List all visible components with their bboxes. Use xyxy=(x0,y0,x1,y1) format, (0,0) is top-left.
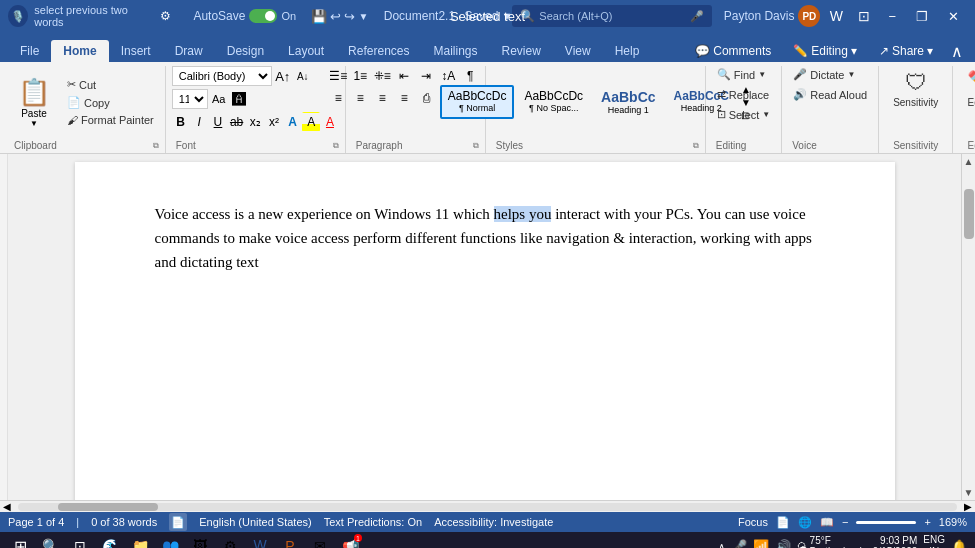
bullets-button[interactable]: ☰≡ xyxy=(328,66,348,86)
editing-button[interactable]: ✏️ Editing ▾ xyxy=(785,40,865,62)
scroll-track[interactable] xyxy=(962,169,975,485)
tab-layout[interactable]: Layout xyxy=(276,40,336,62)
scroll-up-button[interactable]: ▲ xyxy=(962,154,975,169)
teams-button[interactable]: 👥 xyxy=(158,534,182,548)
undo-icon[interactable]: ↩ xyxy=(330,9,341,24)
numbering-button[interactable]: 1≡ xyxy=(350,66,370,86)
font-expand-icon[interactable]: ⧉ xyxy=(333,141,339,151)
ribbon-collapse-icon[interactable]: ∧ xyxy=(947,42,967,61)
font-shrink-icon[interactable]: A↓ xyxy=(294,67,312,85)
bold-button[interactable]: B xyxy=(172,112,190,132)
justify-button[interactable]: ≡ xyxy=(394,88,414,108)
scroll-left-button[interactable]: ◀ xyxy=(0,501,14,512)
tab-view[interactable]: View xyxy=(553,40,603,62)
align-center-button[interactable]: ≡ xyxy=(350,88,370,108)
start-button[interactable]: ⊞ xyxy=(8,534,32,548)
read-mode-icon[interactable]: 📖 xyxy=(820,516,834,529)
edge-button[interactable]: 🌊 xyxy=(98,534,122,548)
text-effects-button[interactable]: A xyxy=(284,112,302,132)
font-size-select[interactable]: 11 xyxy=(172,89,208,109)
tab-home[interactable]: Home xyxy=(51,40,108,62)
taskbar-search-button[interactable]: 🔍 xyxy=(38,534,62,548)
user-avatar[interactable]: PD xyxy=(798,5,820,27)
scroll-thumb[interactable] xyxy=(964,189,974,239)
columns-button[interactable]: ⎙ xyxy=(416,88,436,108)
word-taskbar-button[interactable]: W xyxy=(248,534,272,548)
more-icon[interactable]: ▼ xyxy=(358,11,368,22)
read-aloud-button[interactable]: 🔊 Read Aloud xyxy=(788,86,872,103)
tab-review[interactable]: Review xyxy=(490,40,553,62)
italic-button[interactable]: I xyxy=(190,112,208,132)
style-normal[interactable]: AaBbCcDc ¶ Normal xyxy=(440,85,515,119)
font-family-select[interactable]: Calibri (Body) xyxy=(172,66,272,86)
tab-draw[interactable]: Draw xyxy=(163,40,215,62)
font-clear-icon[interactable]: 🅰 xyxy=(230,90,248,108)
settings-taskbar-button[interactable]: ⚙ xyxy=(218,534,242,548)
teams-notify-button[interactable]: 📢 1 xyxy=(338,534,362,548)
volume-icon[interactable]: 🔊 xyxy=(775,539,791,549)
screen-icon[interactable]: ⊡ xyxy=(852,4,876,28)
styles-expand-icon[interactable]: ⧉ xyxy=(693,141,699,151)
voice-icon[interactable]: 🎙️ xyxy=(8,5,28,27)
minimize-button[interactable]: − xyxy=(880,0,904,32)
h-scroll-track[interactable] xyxy=(18,503,957,511)
editor-button[interactable]: ✏️ Editor xyxy=(959,66,975,112)
h-scroll-thumb[interactable] xyxy=(58,503,158,511)
clipboard-expand-icon[interactable]: ⧉ xyxy=(153,141,159,151)
superscript-button[interactable]: x² xyxy=(265,112,283,132)
tab-references[interactable]: References xyxy=(336,40,421,62)
proofreading-icon[interactable]: 📄 xyxy=(169,513,187,531)
notification-center-icon[interactable]: 🔔 xyxy=(951,539,967,549)
subscript-button[interactable]: x₂ xyxy=(246,112,264,132)
language-indicator[interactable]: ENGIN xyxy=(923,534,945,548)
tab-help[interactable]: Help xyxy=(603,40,652,62)
tab-insert[interactable]: Insert xyxy=(109,40,163,62)
accessibility[interactable]: Accessibility: Investigate xyxy=(434,516,553,528)
autosave-toggle[interactable] xyxy=(249,9,277,23)
scroll-down-button[interactable]: ▼ xyxy=(962,485,975,500)
search-bar[interactable]: 🔍 Search (Alt+Q) 🎤 xyxy=(512,5,712,27)
font-grow-icon[interactable]: A↑ xyxy=(274,67,292,85)
page-count[interactable]: Page 1 of 4 xyxy=(8,516,64,528)
tab-design[interactable]: Design xyxy=(215,40,276,62)
redo-icon[interactable]: ↪ xyxy=(344,9,355,24)
task-view-button[interactable]: ⊡ xyxy=(68,534,92,548)
photos-button[interactable]: 🖼 xyxy=(188,534,212,548)
tab-file[interactable]: File xyxy=(8,40,51,62)
doc-page[interactable]: Voice access is a new experience on Wind… xyxy=(75,162,895,500)
zoom-plus-button[interactable]: + xyxy=(924,516,930,528)
restore-button[interactable]: ❐ xyxy=(908,0,936,32)
multilevel-button[interactable]: ⁜≡ xyxy=(372,66,392,86)
style-no-spacing[interactable]: AaBbCcDc ¶ No Spac... xyxy=(516,85,591,119)
select-button[interactable]: ⊡ Select ▼ xyxy=(712,106,776,123)
zoom-minus-button[interactable]: − xyxy=(842,516,848,528)
word-count[interactable]: 0 of 38 words xyxy=(91,516,157,528)
mic-icon[interactable]: 🎤 xyxy=(690,10,704,23)
system-tray-hidden-icon[interactable]: ∧ xyxy=(718,541,725,549)
paste-button[interactable]: 📋 Paste ▼ xyxy=(10,75,58,130)
layout-view-icon[interactable]: 📄 xyxy=(776,516,790,529)
format-painter-button[interactable]: 🖌 Format Painter xyxy=(62,112,159,128)
copy-button[interactable]: 📄 Copy xyxy=(62,94,159,111)
explorer-button[interactable]: 📁 xyxy=(128,534,152,548)
tab-mailings[interactable]: Mailings xyxy=(421,40,489,62)
language[interactable]: English (United States) xyxy=(199,516,312,528)
text-predictions[interactable]: Text Predictions: On xyxy=(324,516,422,528)
clock[interactable]: 9:03 PM 9/15/2022 xyxy=(873,535,918,548)
underline-button[interactable]: U xyxy=(209,112,227,132)
save-icon[interactable]: 💾 xyxy=(311,9,327,24)
find-button[interactable]: 🔍 Find ▼ xyxy=(712,66,776,83)
align-left-button[interactable]: ≡ xyxy=(328,88,348,108)
close-button[interactable]: ✕ xyxy=(940,0,967,32)
settings-icon[interactable]: ⚙ xyxy=(156,6,174,26)
focus-button[interactable]: Focus xyxy=(738,516,768,528)
dictate-button[interactable]: 🎤 Dictate ▼ xyxy=(788,66,872,83)
align-right-button[interactable]: ≡ xyxy=(372,88,392,108)
strikethrough-button[interactable]: ab xyxy=(228,112,246,132)
increase-indent-button[interactable]: ⇥ xyxy=(416,66,436,86)
word-icon[interactable]: W xyxy=(824,4,848,28)
cut-button[interactable]: ✂ Cut xyxy=(62,76,159,93)
font-case-icon[interactable]: Aa xyxy=(210,90,228,108)
web-view-icon[interactable]: 🌐 xyxy=(798,516,812,529)
replace-button[interactable]: ⇄ Replace xyxy=(712,86,776,103)
